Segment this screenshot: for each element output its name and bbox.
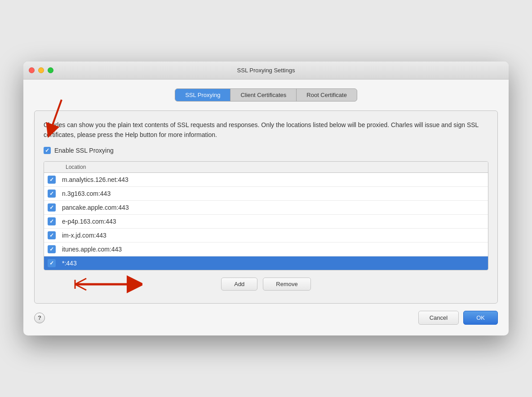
titlebar: SSL Proxying Settings: [23, 62, 509, 79]
footer-buttons: Cancel OK: [418, 311, 498, 325]
add-button[interactable]: Add: [221, 278, 257, 291]
table-row[interactable]: im-x.jd.com:443: [44, 229, 488, 243]
description-text: Charles can show you the plain text cont…: [44, 120, 488, 140]
row-checkbox[interactable]: [48, 217, 56, 225]
close-button[interactable]: [29, 67, 35, 73]
table-row[interactable]: pancake.apple.com:443: [44, 201, 488, 215]
table-row[interactable]: n.3g163.com:443: [44, 187, 488, 201]
footer: ? Cancel OK: [34, 304, 498, 325]
table-row[interactable]: *:443: [44, 256, 488, 270]
table-row[interactable]: itunes.apple.com:443: [44, 243, 488, 256]
row-label: im-x.jd.com:443: [62, 232, 106, 239]
annotation-arrow-side: [71, 273, 142, 296]
maximize-button[interactable]: [48, 67, 53, 73]
action-buttons-row: Add Remove: [44, 278, 488, 291]
svg-line-6: [75, 284, 86, 290]
svg-line-5: [75, 278, 86, 284]
row-label: e-p4p.163.com:443: [62, 218, 116, 225]
main-window: SSL Proxying Settings SSL Proxying Clien…: [23, 62, 509, 336]
location-table: Location m.analytics.126.net:443n.3g163.…: [44, 161, 488, 270]
enable-ssl-label: Enable SSL Proxying: [54, 147, 114, 154]
row-checkbox[interactable]: [48, 176, 56, 184]
remove-button[interactable]: Remove: [263, 278, 310, 291]
row-label: *:443: [62, 260, 77, 267]
row-checkbox[interactable]: [48, 231, 56, 239]
enable-ssl-row: Enable SSL Proxying: [44, 147, 488, 154]
table-rows-container: m.analytics.126.net:443n.3g163.com:443pa…: [44, 173, 488, 270]
table-header: Location: [44, 162, 488, 173]
row-label: itunes.apple.com:443: [62, 246, 122, 253]
window-content: SSL Proxying Client Certificates Root Ce…: [23, 79, 509, 336]
cancel-button[interactable]: Cancel: [418, 311, 459, 325]
tab-client-certificates[interactable]: Client Certificates: [231, 89, 297, 101]
row-checkbox[interactable]: [48, 203, 56, 212]
minimize-button[interactable]: [38, 67, 44, 73]
ok-button[interactable]: OK: [463, 311, 498, 325]
row-label: m.analytics.126.net:443: [62, 176, 129, 183]
row-checkbox[interactable]: [48, 190, 56, 198]
row-checkbox[interactable]: [48, 259, 56, 267]
row-checkbox[interactable]: [48, 245, 56, 253]
tab-bar: SSL Proxying Client Certificates Root Ce…: [34, 88, 498, 101]
window-title: SSL Proxying Settings: [237, 67, 295, 74]
tab-root-certificate[interactable]: Root Certificate: [297, 89, 357, 101]
row-label: n.3g163.com:443: [62, 190, 111, 197]
ssl-proxying-panel: Charles can show you the plain text cont…: [34, 110, 498, 304]
table-row[interactable]: e-p4p.163.com:443: [44, 215, 488, 229]
description-section: Charles can show you the plain text cont…: [44, 120, 488, 140]
enable-ssl-checkbox[interactable]: [44, 147, 51, 154]
tab-ssl-proxying[interactable]: SSL Proxying: [175, 89, 231, 101]
help-button[interactable]: ?: [34, 313, 45, 323]
row-label: pancake.apple.com:443: [62, 204, 129, 211]
table-row[interactable]: m.analytics.126.net:443: [44, 173, 488, 187]
traffic-lights: [29, 67, 53, 73]
